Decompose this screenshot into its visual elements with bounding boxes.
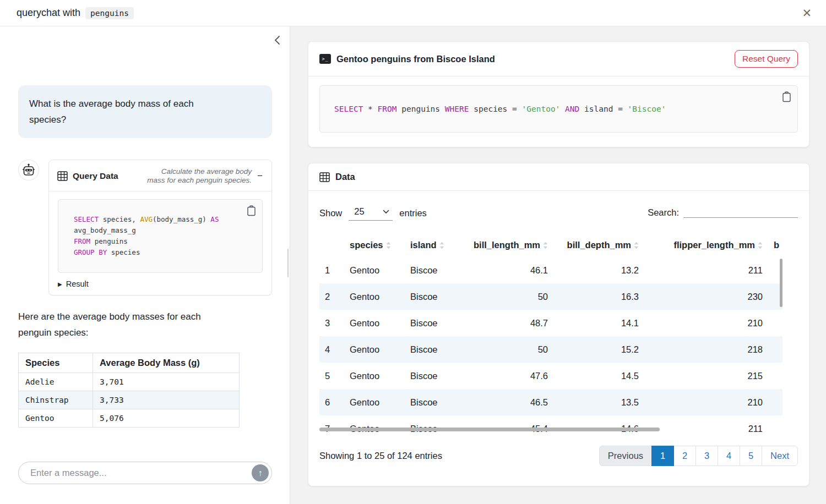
data-table-viewport: speciesislandbill_length_mmbill_depth_mm… [319, 235, 798, 432]
table-cell: 13.2 [553, 257, 644, 283]
table-cell: 13.5 [553, 389, 644, 415]
row-number: 4 [319, 336, 344, 363]
table-cell: 211 [644, 415, 768, 432]
table-cell: Gentoo [344, 389, 405, 415]
table-grid-icon [57, 171, 68, 181]
search-control: Search: [648, 205, 798, 218]
query-data-tool-card: Query Data Calculate the average body ma… [48, 160, 272, 295]
sql-code-block: SELECT species, AVG(body_mass_g) ASavg_b… [58, 199, 263, 273]
table-cell: 5,076 [93, 409, 240, 428]
table-cell: 3,733 [93, 391, 240, 409]
table-cell: Biscoe [405, 283, 465, 310]
table-cell: Chinstrap [19, 391, 93, 409]
page-size-select[interactable]: 25 [349, 205, 393, 221]
table-cell: Biscoe [405, 389, 465, 415]
row-number: 6 [319, 389, 344, 415]
page-button-4[interactable]: 4 [718, 446, 740, 466]
collapse-card-icon[interactable]: − [257, 171, 263, 180]
row-number: 5 [319, 363, 344, 389]
column-header-bill_depth_mm[interactable]: bill_depth_mm [553, 235, 644, 257]
column-header: Species [19, 353, 93, 373]
table-row: Gentoo5,076 [19, 409, 240, 428]
page-title: querychat with penguins [17, 7, 134, 19]
page-button-2[interactable]: 2 [673, 446, 696, 466]
table-cell: 210 [644, 310, 768, 336]
table-cell: 3,701 [93, 373, 240, 391]
chevron-down-icon [383, 210, 389, 214]
table-info: Showing 1 to 25 of 124 entries [319, 451, 442, 461]
table-cell: 218 [644, 336, 768, 363]
table-cell: 14.1 [553, 310, 644, 336]
page-button-1[interactable]: 1 [651, 446, 674, 466]
copy-icon[interactable] [781, 90, 792, 103]
pagination: Previous12345Next [599, 446, 798, 466]
table-cell: Gentoo [344, 310, 405, 336]
row-number: 2 [319, 283, 344, 310]
chat-message-input[interactable] [18, 462, 272, 484]
table-row: Adelie3,701 [19, 373, 240, 391]
sql-code: SELECT * FROM penguins WHERE species = '… [334, 103, 783, 115]
table-cell [768, 415, 782, 432]
sort-icon [386, 242, 391, 249]
chat-history: What is the average body mass of each sp… [0, 26, 290, 428]
chat-panel: What is the average body mass of each sp… [0, 26, 290, 504]
sql-code-block: SELECT * FROM penguins WHERE species = '… [319, 85, 798, 133]
column-header: Average Body Mass (g) [93, 353, 240, 373]
assistant-message: Here are the average body masses for eac… [18, 309, 272, 341]
table-row: 6GentooBiscoe46.513.5210 [319, 389, 782, 415]
table-cell: Gentoo [344, 336, 405, 363]
row-number: 1 [319, 257, 344, 283]
table-cell: 14.5 [553, 363, 644, 389]
table-cell: Gentoo [344, 257, 405, 283]
table-cell: 215 [644, 363, 768, 389]
column-header-b: b [768, 235, 782, 257]
close-icon[interactable]: ✕ [802, 7, 812, 19]
terminal-icon: >_ [319, 54, 331, 64]
row-number-header [319, 235, 344, 257]
result-label: Result [66, 280, 89, 288]
table-cell: 46.1 [465, 257, 553, 283]
panel-resize-handle[interactable] [287, 249, 289, 277]
content-panel: >_ Gentoo penguins from Biscoe Island Re… [290, 26, 826, 504]
table-cell [768, 363, 782, 389]
table-cell: 211 [644, 257, 768, 283]
robot-avatar [18, 160, 39, 180]
table-row: 4GentooBiscoe5015.2218 [319, 336, 782, 363]
page-button-next[interactable]: Next [762, 446, 798, 466]
title-text: querychat with [17, 7, 80, 19]
column-header-bill_length_mm[interactable]: bill_length_mm [465, 235, 553, 257]
table-cell: 50 [465, 336, 553, 363]
result-toggle[interactable]: ▶ Result [58, 280, 263, 288]
copy-icon[interactable] [246, 204, 257, 217]
table-cell [768, 336, 782, 363]
current-query-card: >_ Gentoo penguins from Biscoe Island Re… [308, 41, 809, 147]
entries-label: entries [399, 208, 427, 218]
reset-query-button[interactable]: Reset Query [735, 50, 798, 68]
vertical-scrollbar-thumb[interactable] [780, 259, 782, 307]
table-cell: 48.7 [465, 310, 553, 336]
show-label: Show [319, 208, 342, 218]
send-button[interactable]: ↑ [252, 464, 269, 481]
table-cell: 210 [644, 389, 768, 415]
page-button-5[interactable]: 5 [740, 446, 762, 466]
app-header: querychat with penguins ✕ [0, 0, 826, 26]
column-header-island[interactable]: island [405, 235, 465, 257]
species-mass-table: Species Average Body Mass (g) Adelie3,70… [18, 353, 240, 428]
dataset-name-badge: penguins [85, 7, 134, 19]
table-cell [768, 389, 782, 415]
column-header-species[interactable]: species [344, 235, 405, 257]
horizontal-scrollbar-thumb[interactable] [319, 428, 660, 431]
query-title: Gentoo penguins from Biscoe Island [336, 54, 495, 64]
table-search-input[interactable] [683, 205, 798, 218]
table-cell: 50 [465, 283, 553, 310]
arrow-up-icon: ↑ [258, 468, 263, 478]
column-header-flipper_length_mm[interactable]: flipper_length_mm [644, 235, 768, 257]
page-button-3[interactable]: 3 [695, 446, 718, 466]
collapse-panel-icon[interactable] [273, 34, 282, 46]
page-button-previous[interactable]: Previous [599, 446, 652, 466]
table-cell: 47.6 [465, 363, 553, 389]
table-cell: Gentoo [19, 409, 93, 428]
user-message: What is the average body mass of each sp… [18, 85, 272, 138]
table-row: 3GentooBiscoe48.714.1210 [319, 310, 782, 336]
data-table-card: Data Show 25 entries Search [308, 163, 809, 486]
